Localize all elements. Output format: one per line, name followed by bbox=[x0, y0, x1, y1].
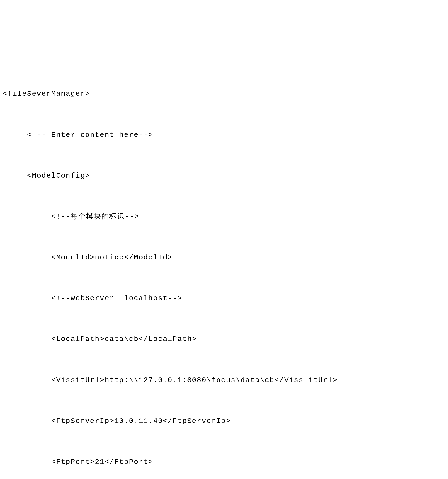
code-line: <ModelConfig> bbox=[3, 169, 448, 183]
code-line: <fileSeverManager> bbox=[3, 87, 448, 101]
code-line: <!--webServer localhost--> bbox=[3, 292, 448, 305]
xml-code-block: <fileSeverManager> <!-- Enter content he… bbox=[3, 60, 448, 479]
code-line: <LocalPath>data\cb</LocalPath> bbox=[3, 332, 448, 346]
code-line: <FtpServerIp>10.0.11.40</FtpServerIp> bbox=[3, 414, 448, 428]
code-line: <VissitUrl>http:\\127.0.0.1:8080\focus\d… bbox=[3, 374, 448, 387]
code-line: <FtpPort>21</FtpPort> bbox=[3, 455, 448, 469]
code-line: <!-- Enter content here--> bbox=[3, 128, 448, 142]
code-line: <!--每个模块的标识--> bbox=[3, 210, 448, 223]
code-line: <ModelId>notice</ModelId> bbox=[3, 251, 448, 264]
